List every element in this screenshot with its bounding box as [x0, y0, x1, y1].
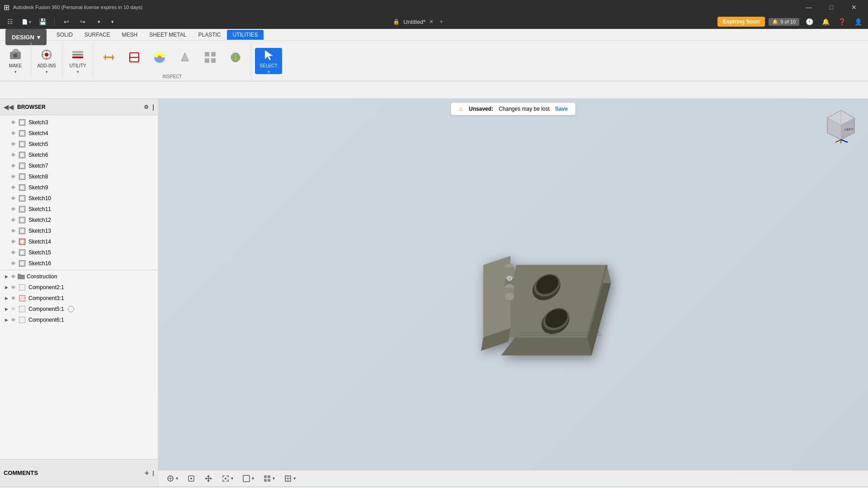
list-item-component5[interactable]: ▶ 👁 Component5:1 [0, 304, 158, 314]
joint-button[interactable] [184, 473, 198, 484]
tab-plastic[interactable]: PLASTIC [193, 30, 226, 40]
list-item-component6[interactable]: ▶ 👁 Component6:1 [0, 314, 158, 325]
list-item-sketch3[interactable]: 👁 Sketch3 [0, 117, 158, 128]
list-item-construction[interactable]: ▶ 👁 Construction [0, 271, 158, 282]
minimize-button[interactable]: — [798, 0, 819, 14]
list-item-sketch4[interactable]: 👁 Sketch4 [0, 128, 158, 139]
grid-view-button[interactable] [198, 44, 222, 70]
eye-icon-component6[interactable]: 👁 [11, 317, 16, 323]
section-button[interactable] [123, 44, 146, 70]
save-button[interactable]: 💾 [36, 15, 49, 28]
sketch-icon-9 [19, 184, 25, 191]
tab-surface[interactable]: SURFACE [79, 30, 116, 40]
browser-settings-icon[interactable]: ⚙ [144, 104, 149, 110]
zoom-fit-button[interactable]: ▾ [219, 473, 236, 484]
svg-text:LEFT: LEFT [844, 127, 854, 131]
undo-button[interactable]: ↩ [60, 15, 73, 28]
list-item-component3[interactable]: ▶ 👁 Component3:1 [0, 293, 158, 304]
eye-icon-sketch12[interactable]: 👁 [11, 217, 16, 223]
new-file-button[interactable]: 📄▾ [20, 15, 33, 28]
utility-button[interactable]: UTILITY ▾ [66, 48, 90, 74]
redo-button[interactable]: ↪ [76, 15, 89, 28]
eye-icon-sketch16[interactable]: 👁 [11, 261, 16, 266]
eye-icon-sketch15[interactable]: 👁 [11, 250, 16, 255]
browser-title: BROWSER [17, 104, 46, 110]
eye-icon-sketch14[interactable]: 👁 [11, 239, 16, 244]
navigation-cube[interactable]: LEFT [823, 108, 859, 144]
save-link-button[interactable]: Save [555, 106, 568, 112]
list-item-sketch8[interactable]: 👁 Sketch8 [0, 171, 158, 182]
comments-add-icon[interactable]: + [145, 469, 149, 477]
add-tab-button[interactable]: + [439, 18, 443, 26]
expand-construction[interactable]: ▶ [4, 274, 9, 279]
expand-component3[interactable]: ▶ [4, 296, 9, 301]
browser-pin-icon[interactable]: | [152, 103, 154, 111]
sketch-icon-7 [19, 163, 25, 169]
eye-icon-component2[interactable]: 👁 [11, 285, 16, 290]
list-item-sketch6[interactable]: 👁 Sketch6 [0, 150, 158, 160]
lock-icon: 🔒 [393, 19, 400, 25]
grid-button[interactable]: ▾ [260, 473, 278, 484]
list-item-sketch5[interactable]: 👁 Sketch5 [0, 139, 158, 150]
list-item-sketch14[interactable]: 👁 Sketch14 [0, 236, 158, 247]
redo-arrow[interactable]: ▾ [106, 15, 119, 28]
addins-button[interactable]: ADD-INS ▾ [35, 48, 58, 74]
view-cube-button[interactable]: ▾ [281, 473, 298, 484]
browser-back-icon[interactable]: ◀◀ [4, 103, 14, 111]
list-item-sketch9[interactable]: 👁 Sketch9 [0, 182, 158, 193]
close-tab-icon[interactable]: ✕ [429, 19, 434, 25]
list-item-sketch10[interactable]: 👁 Sketch10 [0, 193, 158, 204]
svg-rect-62 [268, 479, 270, 482]
notifications-icon[interactable]: 🔔 [819, 15, 832, 28]
tab-sheet-metal[interactable]: SHEET METAL [144, 30, 192, 40]
select-button[interactable]: SELECT ▾ [255, 48, 282, 74]
tab-mesh[interactable]: MESH [117, 30, 143, 40]
eye-icon-sketch4[interactable]: 👁 [11, 131, 16, 136]
origin-button[interactable]: ▾ [164, 473, 181, 484]
eye-icon-sketch10[interactable]: 👁 [11, 196, 16, 201]
eye-icon-sketch7[interactable]: 👁 [11, 163, 16, 169]
help-icon[interactable]: ❓ [835, 15, 848, 28]
make-button[interactable]: MAKE ▾ [4, 48, 27, 74]
eye-icon-component3[interactable]: 👁 [11, 296, 16, 301]
expiring-soon-button[interactable]: Expiring Soon [717, 17, 765, 27]
display-mode-button[interactable]: ▾ [240, 473, 257, 484]
list-item-component2[interactable]: ▶ 👁 Component2:1 [0, 282, 158, 293]
zebra-button[interactable] [148, 44, 171, 70]
list-item-sketch15[interactable]: 👁 Sketch15 [0, 247, 158, 258]
model-check-button[interactable] [224, 44, 247, 70]
tab-utilities[interactable]: UTILITIES [227, 30, 263, 40]
select-icon [261, 47, 276, 62]
close-button[interactable]: ✕ [844, 0, 864, 14]
tab-solid[interactable]: SOLID [51, 30, 78, 40]
user-icon[interactable]: 👤 [852, 15, 864, 28]
list-item-sketch16[interactable]: 👁 Sketch16 [0, 258, 158, 269]
component2-icon [19, 284, 25, 291]
eye-icon-component5[interactable]: 👁 [11, 306, 16, 312]
eye-icon-sketch3[interactable]: 👁 [11, 120, 16, 125]
eye-icon-sketch6[interactable]: 👁 [11, 152, 16, 158]
expand-component2[interactable]: ▶ [4, 285, 9, 290]
list-item-sketch7[interactable]: 👁 Sketch7 [0, 160, 158, 171]
maximize-button[interactable]: □ [821, 0, 842, 14]
list-item-sketch13[interactable]: 👁 Sketch13 [0, 225, 158, 236]
eye-icon-sketch11[interactable]: 👁 [11, 206, 16, 212]
draft-button[interactable] [173, 44, 197, 70]
title-bar-left: ⊞ Autodesk Fusion 360 (Personal license … [4, 3, 142, 12]
grid-menu-button[interactable]: ☷ [4, 15, 16, 28]
pan-button[interactable] [202, 473, 215, 484]
eye-icon-sketch5[interactable]: 👁 [11, 141, 16, 147]
eye-icon-sketch9[interactable]: 👁 [11, 185, 16, 190]
app-grid-icon[interactable]: ⊞ [4, 3, 9, 12]
comments-pin-icon[interactable]: | [152, 469, 154, 476]
list-item-sketch12[interactable]: 👁 Sketch12 [0, 215, 158, 225]
eye-icon-sketch13[interactable]: 👁 [11, 228, 16, 234]
measure-button[interactable] [97, 44, 121, 70]
expand-component6[interactable]: ▶ [4, 317, 9, 323]
undo-arrow[interactable]: ▾ [93, 15, 105, 28]
eye-icon-construction[interactable]: 👁 [11, 274, 16, 279]
list-item-sketch11[interactable]: 👁 Sketch11 [0, 204, 158, 215]
expand-component5[interactable]: ▶ [4, 306, 9, 312]
eye-icon-sketch8[interactable]: 👁 [11, 174, 16, 179]
clock-icon[interactable]: 🕐 [803, 15, 816, 28]
